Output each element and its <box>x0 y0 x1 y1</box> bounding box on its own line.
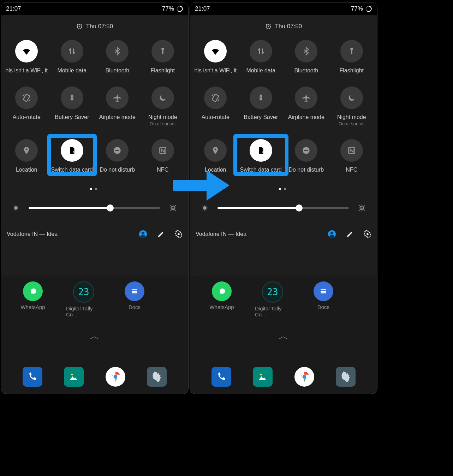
qs-footer: Vodafone IN — Idea <box>190 224 377 244</box>
settings-icon[interactable] <box>175 230 183 238</box>
airplane-icon <box>113 93 122 102</box>
svg-point-40 <box>330 232 333 234</box>
home-apps-row: WhatsApp 23 Digital Tally Co… Docs <box>1 281 188 317</box>
qs-tiles-grid: his isn't a WiFi, it Mobile data Bluetoo… <box>190 30 377 173</box>
rotate-icon <box>210 93 220 103</box>
svg-rect-30 <box>260 95 262 96</box>
app-whatsapp[interactable]: WhatsApp <box>204 281 239 317</box>
svg-point-31 <box>215 149 216 150</box>
edit-icon[interactable] <box>157 230 165 238</box>
brightness-auto-icon: A <box>168 203 178 213</box>
brightness-slider[interactable] <box>217 207 349 209</box>
dock-chrome[interactable] <box>98 367 133 387</box>
svg-point-36 <box>203 206 207 210</box>
brightness-low-icon <box>201 204 209 212</box>
battery-icon <box>257 94 265 102</box>
bluetooth-icon <box>302 47 311 56</box>
nfc-icon <box>158 146 167 155</box>
dock-gallery[interactable] <box>245 367 280 387</box>
battery-ring-icon <box>176 5 183 12</box>
location-icon <box>211 146 220 155</box>
user-icon[interactable] <box>139 230 147 238</box>
qs-footer: Vodafone IN — Idea <box>1 224 188 244</box>
app-docs[interactable]: Docs <box>306 281 341 317</box>
tile-flashlight[interactable]: Flashlight <box>140 40 186 74</box>
dock-settings[interactable] <box>328 367 363 387</box>
tile-do-not-disturb[interactable]: Do not disturb <box>284 139 329 173</box>
tile-night-mode[interactable]: Night mode On at sunset <box>329 87 375 126</box>
transition-arrow <box>173 169 230 201</box>
clock: 21:07 <box>195 5 210 12</box>
svg-point-47 <box>260 374 262 375</box>
svg-rect-34 <box>304 150 308 151</box>
tile-airplane-mode[interactable]: Airplane mode <box>95 87 140 126</box>
carrier-label: Vodafone IN — Idea <box>7 231 58 237</box>
svg-point-21 <box>71 374 73 375</box>
svg-point-15 <box>178 233 180 235</box>
tile-battery-saver[interactable]: Battery Saver <box>49 87 95 126</box>
tile-location[interactable]: Location <box>193 139 238 173</box>
dock-settings[interactable] <box>139 367 174 387</box>
dock <box>1 367 188 387</box>
location-icon <box>22 146 31 155</box>
carrier-label: Vodafone IN — Idea <box>196 231 246 237</box>
svg-point-5 <box>26 149 28 150</box>
moon-icon <box>347 93 356 102</box>
wifi-icon <box>21 46 32 56</box>
phone-screenshot-left: 21:07 77% Thu 07:50 <box>1 2 189 394</box>
quick-settings-panel: Thu 07:50 his isn't a WiFi, it Mobile da… <box>190 15 377 276</box>
dock-phone[interactable] <box>15 367 50 387</box>
tile-night-mode[interactable]: Night mode On at sunset <box>140 87 186 126</box>
tile-location[interactable]: Location <box>4 139 49 173</box>
brightness-low-icon <box>12 204 20 212</box>
app-whatsapp[interactable]: WhatsApp <box>15 281 50 317</box>
status-bar: 21:07 77% <box>1 2 188 15</box>
mobile-data-icon <box>67 47 77 56</box>
tile-nfc[interactable]: NFC <box>140 139 186 173</box>
airplane-icon <box>302 93 311 102</box>
app-drawer-handle[interactable]: ︿ <box>190 329 377 343</box>
quick-settings-panel: Thu 07:50 his isn't a WiFi, it Mobile da… <box>1 15 188 276</box>
settings-icon[interactable] <box>364 230 371 238</box>
tile-auto-rotate[interactable]: Auto-rotate <box>193 87 238 126</box>
tile-bluetooth[interactable]: Bluetooth <box>95 40 140 74</box>
qs-tiles-grid: his isn't a WiFi, it Mobile data Bluetoo… <box>1 30 188 173</box>
dnd-icon <box>113 146 122 155</box>
tile-switch-data-card[interactable]: 1 Switch data card <box>49 139 95 173</box>
app-docs[interactable]: Docs <box>117 281 152 317</box>
tile-mobile-data[interactable]: Mobile data <box>238 40 284 74</box>
dock-phone[interactable] <box>204 367 239 387</box>
edit-icon[interactable] <box>346 230 354 238</box>
dock-chrome[interactable] <box>287 367 322 387</box>
home-apps-row: WhatsApp 23 Digital Tally Co… Docs <box>190 281 377 317</box>
flashlight-icon <box>159 47 167 55</box>
battery-status: 77% <box>351 5 372 12</box>
dock <box>190 367 377 387</box>
tile-bluetooth[interactable]: Bluetooth <box>284 40 329 74</box>
brightness-row: A <box>190 203 377 213</box>
dock-gallery[interactable] <box>56 367 91 387</box>
svg-rect-4 <box>71 95 73 96</box>
status-bar: 21:07 77% <box>190 2 377 15</box>
battery-status: 77% <box>162 5 183 12</box>
tile-airplane-mode[interactable]: Airplane mode <box>284 87 329 126</box>
sim-icon: 2 <box>256 146 266 155</box>
app-digital-tally[interactable]: 23 Digital Tally Co… <box>66 281 101 317</box>
app-digital-tally[interactable]: 23 Digital Tally Co… <box>255 281 290 317</box>
tile-wifi[interactable]: his isn't a WiFi, it <box>4 40 49 74</box>
svg-rect-8 <box>115 150 119 151</box>
brightness-auto-icon: A <box>357 203 366 213</box>
tile-auto-rotate[interactable]: Auto-rotate <box>4 87 49 126</box>
tile-flashlight[interactable]: Flashlight <box>329 40 375 74</box>
brightness-slider[interactable] <box>29 207 160 209</box>
tile-nfc[interactable]: NFC <box>329 139 375 173</box>
brightness-row: A <box>1 203 188 213</box>
app-drawer-handle[interactable]: ︿ <box>1 329 188 343</box>
tile-mobile-data[interactable]: Mobile data <box>49 40 95 74</box>
user-icon[interactable] <box>328 230 336 238</box>
wifi-icon <box>210 46 221 56</box>
tile-switch-data-card[interactable]: 2 Switch data card <box>238 139 284 173</box>
tile-do-not-disturb[interactable]: Do not disturb <box>95 139 140 173</box>
tile-battery-saver[interactable]: Battery Saver <box>238 87 284 126</box>
tile-wifi[interactable]: his isn't a WiFi, it <box>193 40 238 74</box>
